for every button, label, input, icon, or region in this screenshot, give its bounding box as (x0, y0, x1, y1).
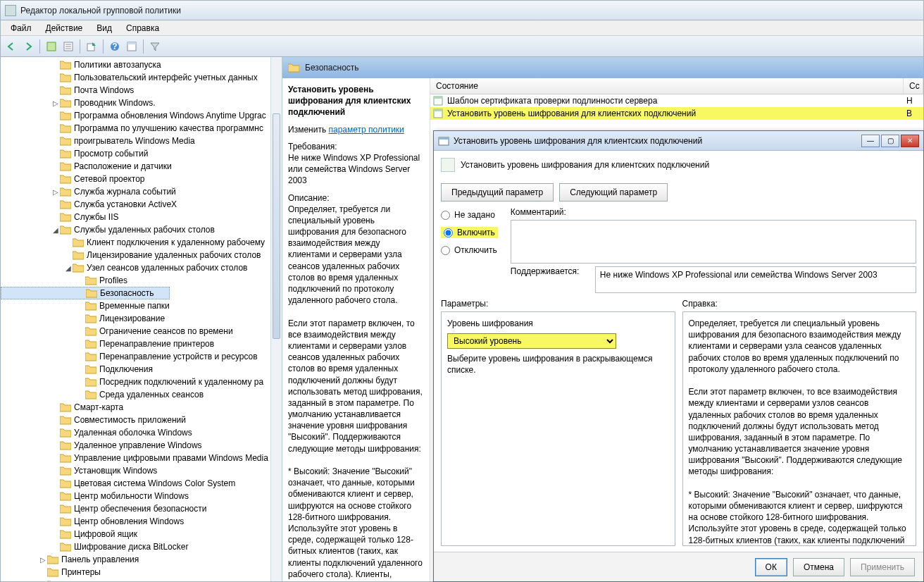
toolbar: ? (1, 36, 923, 57)
menu-view[interactable]: Вид (89, 21, 119, 35)
ok-button[interactable]: ОК (755, 558, 787, 576)
radio-disabled[interactable]: Отключить (441, 245, 498, 255)
policy-row[interactable]: Установить уровень шифрования для клиент… (430, 107, 923, 120)
minimize-button[interactable]: — (861, 135, 880, 147)
tree-item[interactable]: Сетевой проектор (1, 173, 282, 185)
expand-icon[interactable]: ▷ (51, 188, 60, 196)
tree-item[interactable]: Временные папки (1, 299, 282, 312)
tree-item[interactable]: Просмотр событий (1, 147, 282, 160)
tree-item[interactable]: Расположение и датчики (1, 160, 282, 173)
tree-item[interactable]: Совместимость приложений (1, 414, 282, 426)
forward-icon[interactable] (20, 39, 36, 54)
tree-item[interactable]: Лицензирование (1, 312, 282, 325)
expand-icon[interactable]: ◢ (51, 226, 60, 234)
tree-item[interactable]: ◢Узел сеансов удаленных рабочих столов (1, 261, 282, 274)
help-label: Справка: (682, 299, 917, 309)
list-icon[interactable] (61, 39, 76, 54)
radio-enabled[interactable]: Включить (441, 227, 498, 238)
expand-icon[interactable]: ▷ (51, 99, 60, 107)
tree-label: Временные папки (99, 301, 170, 311)
prop-icon[interactable] (44, 39, 59, 54)
tree-item[interactable]: Удаленное управление Windows (1, 439, 282, 452)
policy-row[interactable]: Шаблон сертификата проверки подлинности … (430, 94, 923, 107)
tree-item[interactable]: Подключения (1, 363, 282, 376)
expand-icon[interactable]: ◢ (64, 264, 73, 272)
tree-item[interactable]: Посредник подключений к удаленному ра (1, 376, 282, 388)
dialog-icon (438, 135, 449, 147)
policy-row-state: В (906, 109, 920, 118)
folder-icon (60, 529, 71, 539)
filter-icon[interactable] (147, 39, 163, 54)
tree-item[interactable]: Смарт-карта (1, 401, 282, 414)
tree-item[interactable]: Пользовательский интерфейс учетных данны… (1, 71, 282, 84)
apply-button[interactable]: Применить (850, 558, 915, 576)
edit-policy-line: Изменить параметр политики (288, 124, 424, 135)
tree-item[interactable]: Управление цифровыми правами Windows Med… (1, 452, 282, 464)
menu-help[interactable]: Справка (119, 21, 166, 35)
tree-item[interactable]: Удаленная оболочка Windows (1, 426, 282, 439)
comment-textarea[interactable] (511, 220, 916, 264)
export-icon[interactable] (84, 39, 99, 54)
folder-icon (60, 73, 71, 82)
tree-item[interactable]: Почта Windows (1, 84, 282, 97)
close-button[interactable]: ✕ (901, 135, 919, 147)
col-c[interactable]: Сс (904, 78, 923, 94)
folder-icon (60, 516, 71, 526)
tree-label: Центр мобильности Windows (74, 491, 189, 501)
tree-label: Удаленная оболочка Windows (74, 428, 192, 438)
tree-item[interactable]: Принтеры (1, 566, 282, 578)
comment-label: Комментарий: (511, 207, 916, 217)
tree-item[interactable]: Программа по улучшению качества программ… (1, 122, 282, 135)
back-icon[interactable] (4, 39, 19, 54)
dialog-titlebar[interactable]: Установить уровень шифрования для клиент… (434, 131, 923, 151)
tree-scrollbar[interactable] (270, 57, 282, 581)
tree-item[interactable]: Ограничение сеансов по времени (1, 325, 282, 338)
expand-icon[interactable]: ▷ (39, 581, 47, 582)
tree-pane[interactable]: Политики автозапускаПользовательский инт… (1, 57, 282, 581)
tree-item[interactable]: Службы IIS (1, 211, 282, 223)
tree-item[interactable]: Лицензирование удаленных рабочих столов (1, 249, 282, 261)
tree-item[interactable]: Служба установки ActiveX (1, 198, 282, 211)
prev-setting-button[interactable]: Предыдущий параметр (441, 183, 554, 202)
menu-action[interactable]: Действие (39, 21, 90, 35)
tree-item[interactable]: ▷Сеть (1, 578, 282, 581)
tree-item[interactable]: Политики автозапуска (1, 58, 282, 71)
cancel-button[interactable]: Отмена (793, 558, 844, 576)
tree-label: Проводник Windows. (74, 98, 156, 108)
radio-not-configured[interactable]: Не задано (441, 210, 498, 220)
folder-icon (60, 428, 71, 438)
tree-item[interactable]: Шифрование диска BitLocker (1, 540, 282, 553)
tree-item[interactable]: Центр обеспечения безопасности (1, 502, 282, 515)
tree-label: Лицензирование (99, 314, 165, 323)
tree-item[interactable]: Центр обновления Windows (1, 515, 282, 528)
next-setting-button[interactable]: Следующий параметр (559, 183, 668, 202)
encryption-level-select[interactable]: Высокий уровень (447, 333, 616, 349)
tree-item[interactable]: ◢Службы удаленных рабочих столов (1, 223, 282, 236)
help-icon[interactable]: ? (107, 39, 123, 54)
tree-item[interactable]: ▷Служба журнала событий (1, 185, 282, 198)
menu-file[interactable]: Файл (4, 21, 39, 35)
tree-item[interactable]: Перенаправление устройств и ресурсов (1, 350, 282, 363)
tree-item[interactable]: проигрыватель Windows Media (1, 135, 282, 147)
col-state[interactable]: Состояние (430, 78, 904, 94)
expand-icon[interactable]: ▷ (39, 556, 47, 564)
tree-item[interactable]: Среда удаленных сеансов (1, 388, 282, 401)
tree-item[interactable]: Цифровой ящик (1, 528, 282, 540)
tree-item[interactable]: Перенаправление принтеров (1, 338, 282, 350)
tree-item[interactable]: ▷Панель управления (1, 553, 282, 566)
maximize-button[interactable]: ▢ (881, 135, 899, 147)
tree-item[interactable]: Программа обновления Windows Anytime Upg… (1, 109, 282, 122)
tree-item[interactable]: ▷Проводник Windows. (1, 97, 282, 109)
tree-label: Центр обеспечения безопасности (74, 504, 207, 514)
edit-policy-link[interactable]: параметр политики (328, 125, 404, 135)
tree-item[interactable]: Центр мобильности Windows (1, 490, 282, 502)
tree-item[interactable]: Клиент подключения к удаленному рабочему (1, 236, 282, 249)
folder-icon (60, 466, 71, 476)
tree-item[interactable]: Profiles (1, 274, 282, 287)
tree-item[interactable]: Цветовая система Windows Color System (1, 477, 282, 490)
props2-icon[interactable] (124, 39, 139, 54)
tree-item[interactable]: Безопасность (1, 287, 170, 299)
svg-rect-11 (434, 97, 442, 99)
tree-item[interactable]: Установщик Windows (1, 464, 282, 477)
help-body[interactable]: Определяет, требуется ли специальный уро… (682, 311, 917, 546)
